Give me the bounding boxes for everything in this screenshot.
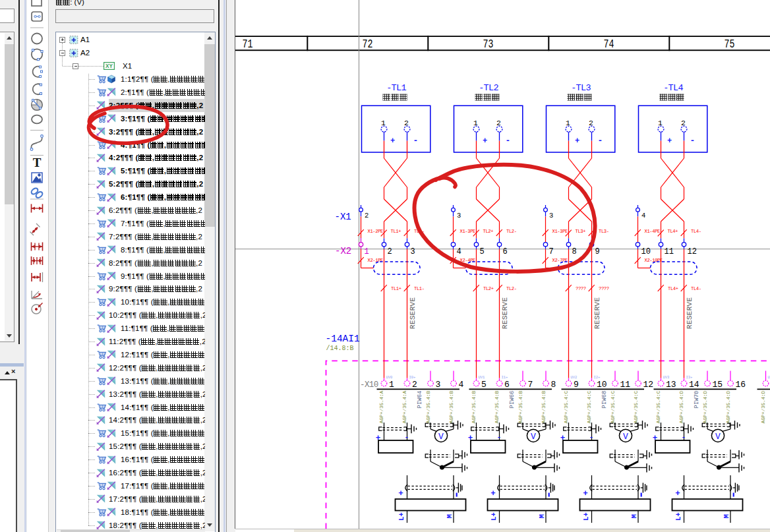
svg-text:71: 71 <box>243 38 253 51</box>
svg-text:72: 72 <box>363 38 373 51</box>
svg-text:1: 1 <box>389 380 394 390</box>
svg-text:1: 1 <box>566 119 570 127</box>
svg-text:6: 6 <box>503 247 508 256</box>
svg-text:+: + <box>390 136 395 146</box>
svg-text:AGP+/35.4:A: AGP+/35.4:A <box>379 390 384 423</box>
svg-text:AGP+/35.4:D: AGP+/35.4:D <box>679 390 684 423</box>
svg-text:-: - <box>589 432 594 441</box>
svg-text:X1-4PE: X1-4PE <box>645 229 661 234</box>
svg-text:AGP+/35.4:B: AGP+/35.4:B <box>471 390 477 423</box>
svg-text:I1+: I1+ <box>502 375 508 380</box>
svg-text:5: 5 <box>481 380 487 390</box>
svg-text:1: 1 <box>658 119 663 127</box>
svg-text:14: 14 <box>689 380 699 390</box>
svg-text:+: + <box>575 136 579 146</box>
svg-text:TL4-: TL4- <box>691 286 701 291</box>
svg-text:M: M <box>630 514 638 518</box>
svg-text:AGP+/35.4:C: AGP+/35.4:C <box>656 390 661 423</box>
svg-text:4: 4 <box>641 212 645 220</box>
svg-text:12: 12 <box>643 380 654 390</box>
svg-text:2: 2 <box>412 380 417 390</box>
svg-text:V: V <box>531 432 536 442</box>
svg-text:10: 10 <box>641 247 651 256</box>
svg-text:+: + <box>483 136 487 146</box>
svg-text:7: 7 <box>549 247 554 256</box>
svg-text:AGP+/35.4:B: AGP+/35.4:B <box>494 390 500 423</box>
svg-text:M: M <box>538 514 546 518</box>
svg-text:X1-3PE: X1-3PE <box>552 229 568 234</box>
svg-text:UV3: UV3 <box>663 375 670 380</box>
svg-text:PIW66: PIW66 <box>509 390 516 408</box>
svg-text:X1-3PE: X1-3PE <box>460 229 476 234</box>
svg-text:1: 1 <box>365 247 369 256</box>
svg-text:7: 7 <box>528 380 533 390</box>
svg-text:9: 9 <box>574 380 579 390</box>
svg-text:AGP+/35.4:C: AGP+/35.4:C <box>564 390 569 423</box>
svg-text:-X2: -X2 <box>335 246 351 256</box>
svg-text:X2-1PE: X2-1PE <box>368 258 384 263</box>
svg-text:V: V <box>715 432 721 442</box>
svg-text:11: 11 <box>665 247 674 256</box>
svg-text:3: 3 <box>436 380 441 390</box>
svg-text:TL2+: TL2+ <box>483 286 494 291</box>
svg-text:AGP+/35.4:B: AGP+/35.4:B <box>449 390 454 423</box>
svg-text:M: M <box>446 514 454 518</box>
svg-text:PIW64: PIW64 <box>417 390 423 408</box>
svg-text:X1-2PE: X1-2PE <box>368 229 384 234</box>
svg-text:-: - <box>598 136 603 146</box>
svg-text:-: - <box>405 432 409 441</box>
svg-text:AGP+/35.4:D: AGP+/35.4:D <box>761 390 766 423</box>
svg-text:AGP+/35.4:C: AGP+/35.4:C <box>587 390 592 423</box>
svg-text:+: + <box>583 489 588 498</box>
svg-text:AGP+/35.4:C: AGP+/35.4:C <box>634 390 639 423</box>
svg-text:13: 13 <box>666 380 676 390</box>
svg-text:+: + <box>398 489 403 498</box>
svg-text:L+: L+ <box>674 512 682 521</box>
svg-text:TL4+: TL4+ <box>668 286 678 291</box>
svg-text:TL4+: TL4+ <box>668 229 678 234</box>
svg-text:-TL3: -TL3 <box>571 83 591 93</box>
svg-text:RESERVE: RESERVE <box>408 297 417 329</box>
svg-text:2: 2 <box>365 212 369 220</box>
svg-text:-: - <box>497 432 502 441</box>
svg-text:RESERVE: RESERVE <box>500 297 509 329</box>
svg-text:73: 73 <box>483 38 494 51</box>
svg-text:TL2-: TL2- <box>506 286 517 291</box>
svg-text:2: 2 <box>681 119 686 127</box>
svg-text:V: V <box>438 432 444 442</box>
svg-text:AGP+/35.4:B: AGP+/35.4:B <box>426 390 431 423</box>
svg-text:I0+: I0+ <box>409 375 416 380</box>
svg-text:1: 1 <box>381 119 386 127</box>
svg-text:74: 74 <box>604 38 614 51</box>
svg-text:UV1: UV1 <box>479 375 486 380</box>
svg-text:1: 1 <box>473 119 478 127</box>
svg-text:TL4-: TL4- <box>691 229 701 234</box>
svg-text:2: 2 <box>496 119 501 127</box>
svg-text:RESERVE: RESERVE <box>685 297 694 329</box>
svg-text:TL1+: TL1+ <box>391 229 401 234</box>
svg-text:+: + <box>667 136 672 146</box>
svg-text:TL3+: TL3+ <box>576 229 586 234</box>
svg-text:I3+: I3+ <box>686 375 693 380</box>
svg-text:2: 2 <box>388 247 392 256</box>
svg-text:????: ???? <box>599 286 609 291</box>
svg-text:-X1: -X1 <box>335 212 351 222</box>
svg-text:X2-7PE: X2-7PE <box>552 258 568 263</box>
svg-text:9: 9 <box>595 247 600 256</box>
svg-text:TL1-: TL1- <box>414 286 425 291</box>
svg-text:M: M <box>723 514 730 518</box>
svg-text:2: 2 <box>404 119 409 127</box>
svg-text:UV4: UV4 <box>768 375 770 380</box>
svg-text:-: - <box>682 432 686 441</box>
svg-text:I2+: I2+ <box>594 375 601 380</box>
svg-text:75: 75 <box>725 38 735 51</box>
svg-text:-: - <box>506 136 511 146</box>
svg-text:8: 8 <box>551 380 556 390</box>
svg-text:TL3-: TL3- <box>599 229 609 234</box>
svg-text:L+: L+ <box>582 512 590 521</box>
svg-text:-X10: -X10 <box>360 380 378 390</box>
svg-text:4: 4 <box>459 380 464 390</box>
svg-text:6: 6 <box>504 380 510 390</box>
svg-text:????: ???? <box>576 286 586 291</box>
svg-text:TL1+: TL1+ <box>391 286 401 291</box>
